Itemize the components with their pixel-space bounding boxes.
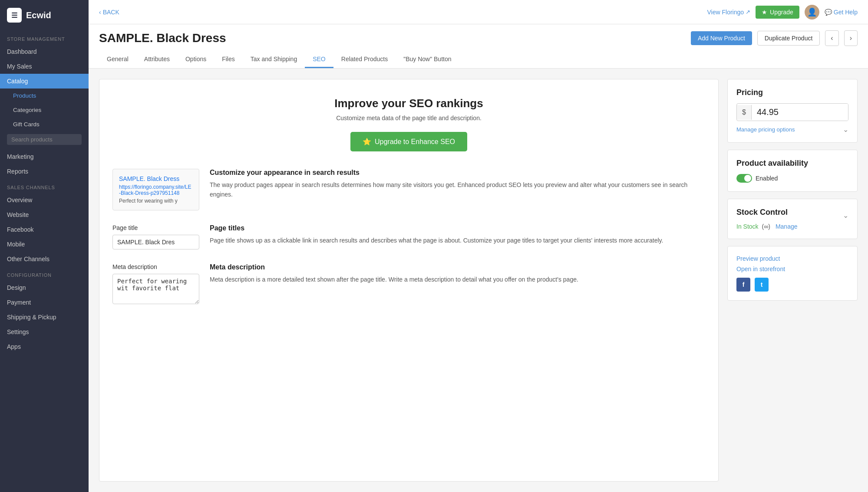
upgrade-seo-label: Upgrade to Enhance SEO	[375, 138, 455, 146]
stock-manage-link[interactable]: Manage	[776, 223, 798, 230]
view-floringo-button[interactable]: View Floringo ↗	[707, 9, 750, 16]
seo-section-meta-description: Meta description Meta description Meta d…	[112, 263, 705, 306]
sidebar-item-facebook[interactable]: Facebook	[0, 222, 89, 237]
sidebar-search-container	[0, 131, 89, 149]
meta-desc-textarea[interactable]	[112, 274, 199, 304]
stock-row: In Stock (∞) Manage	[736, 223, 848, 230]
meta-desc-field-group: Meta description	[112, 263, 199, 306]
page-title-label: Page title	[112, 224, 199, 231]
view-floringo-label: View Floringo	[707, 9, 744, 16]
sidebar-item-my-sales[interactable]: My Sales	[0, 59, 89, 74]
chat-icon: 💬	[825, 9, 832, 16]
seo-section3-content: Meta description Meta description is a m…	[210, 263, 578, 284]
facebook-share-icon[interactable]: f	[736, 278, 750, 292]
back-chevron-icon: ‹	[99, 9, 101, 16]
pricing-card: Pricing $ Manage pricing options ⌄	[727, 79, 858, 143]
get-help-button[interactable]: 💬 Get Help	[825, 9, 858, 16]
sidebar-item-dashboard[interactable]: Dashboard	[0, 44, 89, 59]
preview-product-link[interactable]: Preview product	[736, 255, 848, 262]
product-tabs: General Attributes Options Files Tax and…	[99, 51, 858, 68]
avatar[interactable]: 👤	[805, 5, 819, 20]
add-new-product-button[interactable]: Add New Product	[691, 31, 752, 45]
stock-status: In Stock	[736, 223, 759, 230]
sidebar-item-mobile[interactable]: Mobile	[0, 237, 89, 252]
sidebar-item-label: Design	[7, 284, 26, 291]
next-product-button[interactable]: ›	[844, 30, 858, 46]
sidebar-item-gift-cards[interactable]: Gift Cards	[0, 117, 89, 131]
sidebar-item-other-channels[interactable]: Other Channels	[0, 252, 89, 266]
content-area: Improve your SEO rankings Customize meta…	[89, 69, 868, 492]
duplicate-product-button[interactable]: Duplicate Product	[757, 31, 820, 46]
seo-section1-content: Customize your appearance in search resu…	[210, 169, 705, 200]
ecwid-logo-icon: ☰	[7, 8, 22, 23]
open-storefront-link[interactable]: Open in storefront	[736, 266, 848, 272]
sidebar-item-settings[interactable]: Settings	[0, 325, 89, 339]
upgrade-button[interactable]: ★ Upgrade	[756, 6, 799, 19]
upgrade-seo-button[interactable]: ⭐ Upgrade to Enhance SEO	[350, 132, 467, 151]
back-button[interactable]: ‹ BACK	[99, 9, 119, 16]
sidebar-item-website[interactable]: Website	[0, 207, 89, 222]
sidebar-item-overview[interactable]: Overview	[0, 193, 89, 207]
sidebar-item-label: Mobile	[7, 241, 25, 248]
sidebar-item-label: Catalog	[7, 78, 28, 85]
main-content: ‹ BACK View Floringo ↗ ★ Upgrade 👤 💬 Get…	[89, 0, 868, 492]
search-products-input[interactable]	[7, 134, 82, 145]
stock-card: Stock Control ⌄ In Stock (∞) Manage	[727, 199, 858, 239]
page-header: SAMPLE. Black Dress Add New Product Dupl…	[89, 24, 868, 69]
tab-tax-shipping[interactable]: Tax and Shipping	[243, 51, 305, 68]
seo-hero-title: Improve your SEO rankings	[334, 97, 483, 110]
seo-section1-desc: The way product pages appear in search r…	[210, 180, 705, 200]
availability-title: Product availability	[736, 159, 848, 168]
tab-attributes[interactable]: Attributes	[136, 51, 178, 68]
sidebar-item-shipping[interactable]: Shipping & Pickup	[0, 310, 89, 325]
tab-options[interactable]: Options	[178, 51, 214, 68]
seo-section3-title: Meta description	[210, 263, 578, 271]
sidebar-item-label: Apps	[7, 343, 21, 350]
sidebar-item-label: My Sales	[7, 63, 32, 70]
manage-pricing-button[interactable]: Manage pricing options ⌄	[736, 125, 848, 134]
seo-section2-content: Page titles Page title shows up as a cli…	[210, 224, 663, 245]
preview-url: https://floringo.company.site/LE-Black-D…	[119, 184, 193, 196]
sidebar-item-marketing[interactable]: Marketing	[0, 149, 89, 164]
sidebar-item-categories[interactable]: Categories	[0, 103, 89, 117]
manage-pricing-label: Manage pricing options	[736, 126, 795, 133]
sidebar-item-catalog[interactable]: Catalog	[0, 74, 89, 89]
tab-buy-now[interactable]: "Buy Now" Button	[396, 51, 459, 68]
stock-infinity: (∞)	[762, 223, 770, 230]
sidebar-item-label: Dashboard	[7, 48, 37, 55]
seo-main-panel: Improve your SEO rankings Customize meta…	[99, 79, 719, 482]
seo-section3-desc: Meta description is a more detailed text…	[210, 275, 578, 284]
social-icons-row: f t	[736, 278, 848, 292]
seo-section-page-titles: Page title Page titles Page title shows …	[112, 224, 705, 249]
seo-section-search-appearance: SAMPLE. Black Dress https://floringo.com…	[112, 169, 705, 210]
twitter-share-icon[interactable]: t	[755, 278, 769, 292]
sidebar-item-label: Website	[7, 211, 29, 218]
external-link-icon: ↗	[746, 9, 750, 15]
availability-toggle[interactable]	[736, 174, 752, 183]
sidebar-item-label: Settings	[7, 328, 29, 335]
prev-product-button[interactable]: ‹	[825, 30, 838, 46]
tab-general[interactable]: General	[99, 51, 136, 68]
sidebar-item-label: Overview	[7, 197, 32, 203]
preview-title: SAMPLE. Black Dress	[119, 175, 193, 182]
sidebar-item-reports[interactable]: Reports	[0, 164, 89, 179]
seo-section2-title: Page titles	[210, 224, 663, 232]
pricing-title: Pricing	[736, 88, 848, 97]
stock-control-row: Stock Control ⌄	[736, 208, 848, 223]
page-title-input[interactable]	[112, 235, 199, 249]
tab-files[interactable]: Files	[214, 51, 243, 68]
sidebar-item-label: Other Channels	[7, 256, 50, 262]
sidebar-logo-text: Ecwid	[26, 10, 51, 20]
preview-links: Preview product Open in storefront	[736, 255, 848, 272]
sidebar-item-label: Products	[13, 92, 36, 99]
sidebar-item-products[interactable]: Products	[0, 89, 89, 103]
sidebar-item-design[interactable]: Design	[0, 280, 89, 295]
tab-related-products[interactable]: Related Products	[333, 51, 396, 68]
price-input[interactable]	[752, 104, 848, 121]
sidebar-item-apps[interactable]: Apps	[0, 339, 89, 354]
tab-seo[interactable]: SEO	[305, 51, 333, 68]
sidebar-item-label: Gift Cards	[13, 121, 40, 128]
sidebar-item-label: Marketing	[7, 153, 33, 160]
star-icon: ⭐	[363, 138, 371, 146]
sidebar-item-payment[interactable]: Payment	[0, 295, 89, 310]
